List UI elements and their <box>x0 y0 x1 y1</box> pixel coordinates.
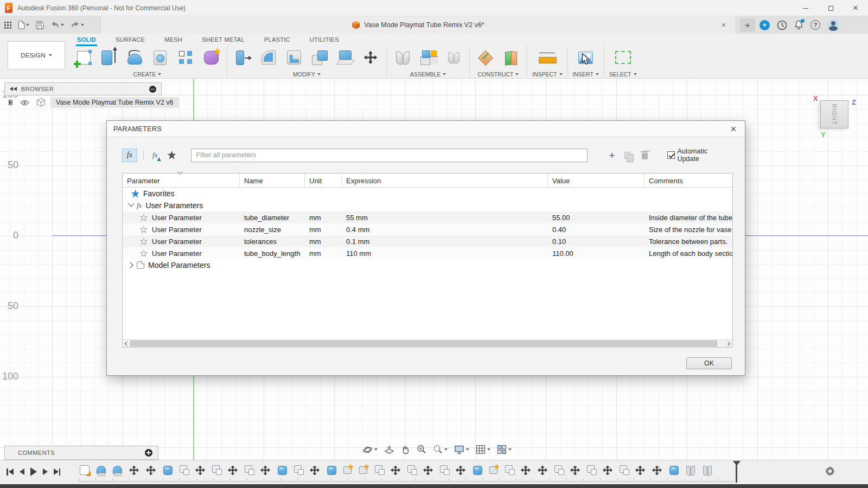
timeline-item-move[interactable] <box>128 464 140 476</box>
move-copy-button[interactable] <box>360 46 381 69</box>
column-comments[interactable]: Comments <box>644 174 732 188</box>
measure-button[interactable] <box>537 46 558 69</box>
new-tab-button[interactable] <box>740 18 755 32</box>
maximize-button[interactable] <box>818 0 843 16</box>
close-button[interactable] <box>843 0 868 16</box>
as-built-joint-button[interactable] <box>443 46 464 69</box>
column-unit[interactable]: Unit <box>305 174 342 188</box>
timeline-item-joint[interactable] <box>701 464 713 476</box>
split-body-button[interactable] <box>334 46 356 69</box>
collapse-chevron-icon[interactable] <box>128 201 134 207</box>
undo-button[interactable] <box>50 21 64 29</box>
param-expression[interactable]: 55 mm <box>342 214 548 222</box>
timeline-item-move[interactable] <box>194 464 206 476</box>
go-to-end-button[interactable] <box>54 468 61 476</box>
zoom-button[interactable] <box>417 445 426 454</box>
timeline-item-revolve[interactable] <box>113 466 122 474</box>
extensions-icon[interactable] <box>760 20 770 30</box>
fx-filter-toggle[interactable] <box>122 149 137 162</box>
notifications-button[interactable] <box>794 20 803 30</box>
comments-panel[interactable]: COMMENTS <box>4 446 158 460</box>
timeline-item-component[interactable] <box>505 465 513 473</box>
minimize-panel-icon[interactable] <box>149 86 156 93</box>
redo-button[interactable] <box>71 21 84 29</box>
copy-parameter-icon[interactable] <box>624 152 630 159</box>
look-at-button[interactable] <box>384 445 394 454</box>
column-name[interactable]: Name <box>240 174 305 188</box>
timeline-item-component[interactable] <box>620 465 627 473</box>
go-to-start-button[interactable] <box>7 468 14 476</box>
play-button[interactable] <box>30 467 37 476</box>
param-name[interactable]: nozzle_size <box>240 226 305 234</box>
column-parameter[interactable]: Parameter <box>123 174 240 188</box>
tab-plastic[interactable]: PLASTIC <box>263 35 291 46</box>
expand-chevron-icon[interactable] <box>127 262 133 268</box>
timeline-item-component[interactable] <box>587 465 595 473</box>
timeline-item-move[interactable] <box>569 464 581 476</box>
timeline-item-component[interactable] <box>407 465 415 473</box>
parameter-row-tube-diameter[interactable]: User Parameter tube_diameter mm 55 mm 55… <box>123 211 732 223</box>
timeline-playhead[interactable] <box>736 461 737 483</box>
grid-settings-button[interactable] <box>476 445 490 454</box>
shell-button[interactable] <box>283 46 305 69</box>
param-comment[interactable]: Size of the nozzle for vase m <box>644 226 732 234</box>
timeline-item-move[interactable] <box>634 464 646 476</box>
timeline-item-component[interactable] <box>180 465 187 473</box>
expand-node-icon[interactable] <box>9 100 12 105</box>
new-component-button[interactable] <box>417 46 439 69</box>
timeline-track[interactable] <box>79 464 713 477</box>
timeline-item-newcomp[interactable] <box>489 466 497 474</box>
add-parameter-icon[interactable] <box>609 150 615 160</box>
scroll-right-icon[interactable] <box>725 340 732 347</box>
timeline-item-component[interactable] <box>554 465 562 473</box>
app-grid-button[interactable] <box>4 22 11 29</box>
timeline-item-move[interactable] <box>651 464 663 476</box>
create-sketch-button[interactable] <box>73 46 94 69</box>
timeline-item-component[interactable] <box>440 465 448 473</box>
scrollbar-thumb[interactable] <box>130 341 717 346</box>
workspace-selector[interactable]: DESIGN <box>8 41 65 69</box>
scroll-left-icon[interactable] <box>123 340 130 347</box>
column-value[interactable]: Value <box>548 174 644 188</box>
parameter-row-tube-body-length[interactable]: User Parameter tube_body_length mm 110 m… <box>123 247 732 259</box>
tab-surface[interactable]: SURFACE <box>114 35 146 46</box>
timeline-item-move[interactable] <box>390 464 401 476</box>
job-status-button[interactable] <box>777 20 787 30</box>
favorite-toggle-icon[interactable] <box>140 249 148 257</box>
timeline-item-move[interactable] <box>145 464 157 476</box>
param-expression[interactable]: 110 mm <box>342 249 548 258</box>
timeline-item-move[interactable] <box>537 464 548 476</box>
browser-root-node[interactable]: Vase Mode Playmat Tube Remix V2 v6 <box>9 97 179 108</box>
fillet-button[interactable] <box>258 46 279 69</box>
orbit-button[interactable] <box>362 445 378 455</box>
param-name[interactable]: tube_diameter <box>240 214 305 222</box>
pattern-button[interactable] <box>175 46 196 69</box>
create-form-button[interactable] <box>200 46 222 69</box>
collapse-panel-icon[interactable] <box>10 87 17 91</box>
timeline-item-body[interactable] <box>473 466 482 475</box>
inspect-group-label[interactable]: INSPECT <box>532 71 563 78</box>
insert-group-label[interactable]: INSERT <box>573 71 599 78</box>
pan-button[interactable] <box>401 445 410 454</box>
file-menu-button[interactable] <box>18 21 29 29</box>
select-group-label[interactable]: SELECT <box>609 71 637 78</box>
param-expression[interactable]: 0.1 mm <box>342 237 548 246</box>
timeline-item-component[interactable] <box>245 465 252 473</box>
timeline-item-body[interactable] <box>669 466 679 475</box>
minimize-button[interactable] <box>793 0 818 16</box>
delete-parameter-icon[interactable] <box>641 151 648 159</box>
add-comment-icon[interactable] <box>145 449 152 457</box>
tab-sheet-metal[interactable]: SHEET METAL <box>201 35 246 46</box>
dialog-title-bar[interactable]: PARAMETERS <box>107 121 745 137</box>
parameter-row-nozzle-size[interactable]: User Parameter nozzle_size mm 0.4 mm 0.4… <box>123 223 732 235</box>
timeline-item-body[interactable] <box>278 466 287 475</box>
filter-input[interactable] <box>191 149 588 162</box>
param-comment[interactable]: Length of each body section <box>644 249 732 258</box>
param-comment[interactable]: Inside diameter of the tube <box>644 214 732 222</box>
timeline-item-revolve[interactable] <box>97 466 106 474</box>
step-back-button[interactable] <box>20 468 24 475</box>
param-expression[interactable]: 0.4 mm <box>342 226 548 234</box>
timeline-item-component[interactable] <box>294 465 302 473</box>
timeline-item-move[interactable] <box>455 464 467 476</box>
sort-indicator-icon[interactable] <box>178 169 182 174</box>
